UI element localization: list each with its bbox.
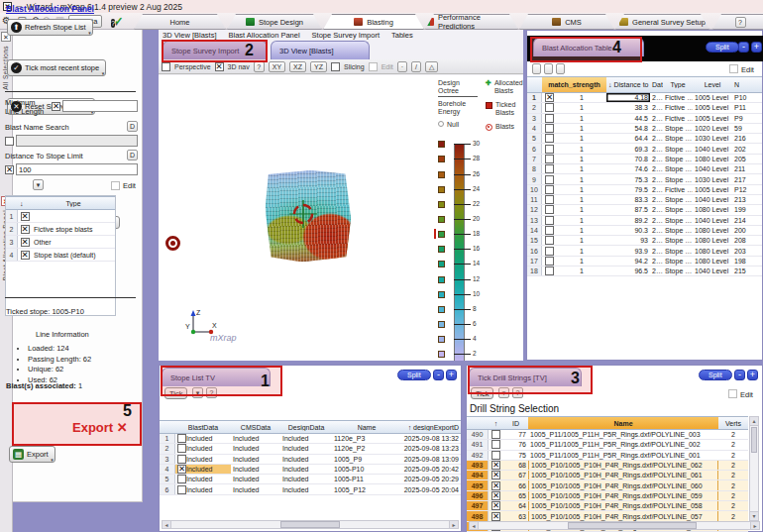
- table-row[interactable]: 4✕ IncludedIncludedIncluded1005-P102025-…: [160, 465, 461, 475]
- type-header[interactable]: Type: [663, 81, 693, 88]
- tab-performance-predictions[interactable]: Performance Predictions: [425, 14, 518, 30]
- refresh-stope-list-button[interactable]: ⬆Refresh Stope List▾: [7, 19, 93, 36]
- maximize-button[interactable]: +: [747, 370, 758, 380]
- tick-checkbox[interactable]: ✕: [491, 512, 500, 521]
- tick-most-recent-button[interactable]: ✓Tick most recent stope▾: [7, 59, 106, 76]
- table-row[interactable]: 493✕681005_P10/1005_P10H_P4R_Rings.dxf/P…: [467, 461, 748, 471]
- xz-view-button[interactable]: XZ: [289, 61, 306, 72]
- tick-checkbox[interactable]: [491, 430, 500, 439]
- scroll-thumb[interactable]: [751, 427, 757, 453]
- scale-tick-checkbox[interactable]: [438, 261, 445, 267]
- horizontal-scrollbar[interactable]: ◂ ▸: [469, 521, 760, 530]
- tick-checkbox[interactable]: [545, 175, 554, 184]
- scroll-down-icon[interactable]: ▾: [750, 511, 758, 520]
- scale-tick-checkbox[interactable]: [438, 156, 445, 162]
- tick-checkbox[interactable]: ✕: [545, 93, 554, 102]
- level-header[interactable]: Level: [693, 81, 732, 88]
- tick-checkbox[interactable]: [545, 103, 554, 112]
- table-row[interactable]: 3144.52…Fictive …1005 LevelP9: [527, 114, 762, 124]
- table-row[interactable]: 5 IncludedIncludedIncluded1005-P112025-0…: [160, 475, 461, 484]
- distance-limit-input[interactable]: [16, 163, 138, 175]
- tab-help[interactable]: ?: [712, 14, 763, 30]
- table-row[interactable]: 491761005_P11/1005_P11H_P5R_Rings.dxf/PO…: [467, 440, 748, 450]
- table-row[interactable]: 496✕651005_P10/1005_P10H_P4R_Rings.dxf/P…: [467, 491, 748, 501]
- table-row[interactable]: 495✕661005_P10/1005_P10H_P4R_Rings.dxf/P…: [467, 480, 748, 490]
- table-row[interactable]: 151932…Stope …1080 Level208: [527, 236, 762, 246]
- d-button[interactable]: D: [127, 121, 138, 132]
- scroll-up-icon[interactable]: ▴: [750, 417, 758, 426]
- tick-checkbox[interactable]: [545, 195, 554, 204]
- target-icon[interactable]: [165, 236, 180, 251]
- tab-cms[interactable]: CMS: [519, 14, 614, 30]
- table-row[interactable]: 497✕641005_P10/1005_P10H_P4R_Rings.dxf/P…: [467, 501, 748, 511]
- table-row[interactable]: 1✕14.182…Fictive …1005 LevelP10: [527, 93, 762, 103]
- table-row[interactable]: 9175.32…Stope …1030 Level217: [527, 174, 762, 184]
- tab-stope-design[interactable]: Stope Design: [227, 14, 322, 30]
- date-header[interactable]: Dat: [650, 81, 663, 88]
- scale-tick-checkbox[interactable]: [438, 141, 445, 148]
- tick-column-header[interactable]: ↓: [18, 200, 32, 207]
- tab-blasting[interactable]: Blasting: [323, 14, 424, 30]
- type-column-header[interactable]: Type: [32, 200, 115, 207]
- view-menu-item[interactable]: Tables: [391, 31, 413, 40]
- name-header[interactable]: Name: [332, 424, 401, 431]
- table-row[interactable]: 2 IncludedIncludedIncluded1120e_P22025-0…: [160, 444, 461, 454]
- split-button[interactable]: Split: [397, 370, 431, 380]
- edit-checkbox[interactable]: [111, 181, 120, 190]
- vertical-scrollbar[interactable]: ▴ ▾: [749, 416, 759, 521]
- scale-tick-checkbox[interactable]: [438, 231, 445, 238]
- tick-checkbox[interactable]: [177, 444, 186, 453]
- tick-checkbox[interactable]: [545, 164, 554, 173]
- name-header[interactable]: N: [732, 81, 762, 88]
- scale-tick-checkbox[interactable]: [438, 171, 445, 178]
- table-row[interactable]: 5164.42…Stope …1030 Level216: [527, 134, 762, 144]
- export-button[interactable]: ▦Export▾: [9, 446, 55, 463]
- tick-checkbox[interactable]: ✕: [21, 212, 30, 221]
- blast-name-search-input[interactable]: [16, 135, 138, 147]
- tick-checkbox[interactable]: [545, 155, 554, 163]
- table-row[interactable]: 2✕Fictive stope blasts: [6, 223, 115, 236]
- tick-checkbox[interactable]: ✕: [21, 225, 30, 234]
- minimize-button[interactable]: -: [433, 370, 444, 380]
- tick-checkbox[interactable]: ✕: [177, 465, 186, 474]
- scale-tick-checkbox[interactable]: [438, 201, 445, 208]
- edit-checkbox[interactable]: [728, 389, 737, 398]
- tick-checkbox[interactable]: [545, 145, 554, 154]
- tick-checkbox[interactable]: [545, 266, 554, 275]
- tick-checkbox[interactable]: ✕: [21, 238, 30, 247]
- scroll-thumb[interactable]: [568, 522, 697, 529]
- tick-checkbox[interactable]: [545, 236, 554, 245]
- perspective-checkbox[interactable]: [162, 62, 170, 71]
- tick-checkbox[interactable]: [177, 455, 186, 464]
- tick-checkbox[interactable]: [545, 226, 554, 235]
- scale-tick-checkbox[interactable]: [438, 246, 445, 253]
- table-row[interactable]: 10179.52…Fictive …1005 LevelP12: [527, 185, 762, 195]
- table-row[interactable]: 17194.22…Stope …1080 Level198: [527, 257, 762, 266]
- triangle-tool-button[interactable]: △: [425, 61, 438, 72]
- blastdata-header[interactable]: BlastData: [175, 424, 231, 431]
- blast-search-checkbox[interactable]: [5, 137, 14, 146]
- line-tool-button[interactable]: /: [411, 61, 421, 72]
- table-tool-button[interactable]: [556, 63, 565, 74]
- design-octree-header[interactable]: Design Octree: [438, 79, 478, 97]
- scroll-right-icon[interactable]: ▸: [449, 521, 458, 528]
- view-menu-item[interactable]: 3D View [Blasts]: [163, 31, 216, 40]
- minimize-button[interactable]: -: [738, 42, 749, 53]
- table-row[interactable]: 3 IncludedIncludedIncluded1005_P92025-09…: [160, 455, 461, 465]
- scroll-left-icon[interactable]: ◂: [470, 522, 479, 529]
- help-button[interactable]: ?▾: [111, 17, 118, 30]
- split-button[interactable]: Split: [699, 370, 732, 380]
- tick-checkbox[interactable]: ✕: [491, 501, 500, 510]
- point-tool-button[interactable]: ·: [397, 61, 407, 72]
- table-row[interactable]: 2138.32…Fictive …1005 LevelP11: [527, 103, 762, 113]
- scale-tick-checkbox[interactable]: [438, 291, 445, 298]
- d-button[interactable]: D: [127, 150, 138, 160]
- tab-home[interactable]: Home: [134, 14, 226, 30]
- table-row[interactable]: 492751005_P11/1005_P11H_P5R_Rings.dxf/PO…: [467, 451, 748, 461]
- scroll-right-icon[interactable]: ▸: [750, 522, 759, 529]
- chevron-down-icon[interactable]: ▾: [33, 179, 44, 190]
- min-line-checkbox[interactable]: ✕: [52, 102, 60, 111]
- tick-checkbox[interactable]: [545, 114, 554, 123]
- scale-tick-checkbox[interactable]: [438, 216, 445, 223]
- table-row[interactable]: 1 IncludedIncludedIncluded1120e_P32025-0…: [160, 434, 461, 444]
